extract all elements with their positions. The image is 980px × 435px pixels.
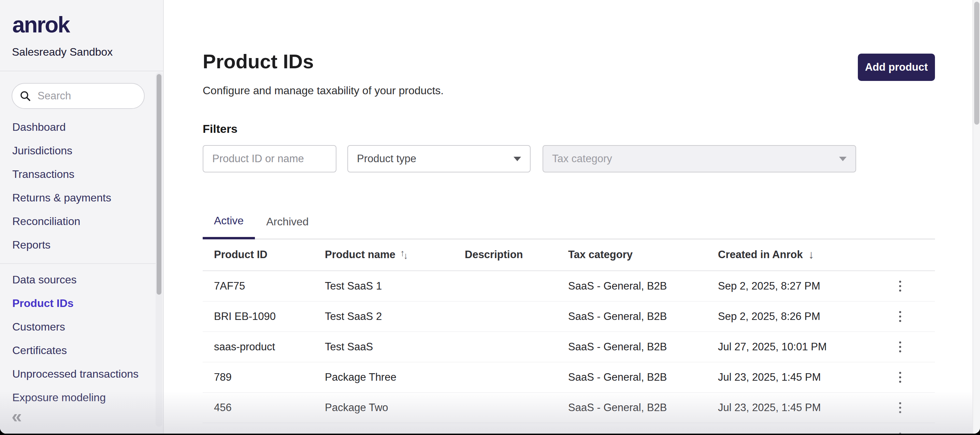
page-scrollbar-thumb[interactable] xyxy=(974,2,979,124)
sort-descending-icon: ↓ xyxy=(808,248,814,261)
row-menu-button[interactable] xyxy=(893,308,907,325)
cell-product-id: 789 xyxy=(214,371,325,384)
page-subtitle: Configure and manage taxability of your … xyxy=(203,84,444,97)
collapse-sidebar-icon[interactable]: « xyxy=(11,407,22,425)
product-type-filter-select[interactable]: Product type xyxy=(347,145,531,172)
cell-product-name: Package One xyxy=(325,432,465,433)
cell-product-name: Package Two xyxy=(325,402,465,414)
table-header-row: Product ID Product name ↑↓ Description T… xyxy=(203,239,935,271)
filters-label: Filters xyxy=(203,122,237,135)
page-title: Product IDs xyxy=(203,50,314,73)
sidebar-nav-secondary: Data sources Product IDs Customers Certi… xyxy=(0,268,163,410)
cell-product-name: Test SaaS 1 xyxy=(325,280,465,292)
product-type-filter-value: Product type xyxy=(357,153,416,165)
column-header-label: Created in Anrok xyxy=(718,249,803,261)
column-header-product-name[interactable]: Product name ↑↓ xyxy=(325,249,465,261)
column-header-tax-category: Tax category xyxy=(568,249,718,261)
cell-product-id: 123 xyxy=(214,432,325,433)
row-menu-button[interactable] xyxy=(893,430,907,433)
cell-created: Jul 23, 2025, 1:45 PM xyxy=(718,371,898,384)
sidebar-item-dashboard[interactable]: Dashboard xyxy=(0,115,163,139)
page-scrollbar-track xyxy=(972,0,980,433)
sidebar-item-reports[interactable]: Reports xyxy=(0,233,163,257)
sidebar-item-reconciliation[interactable]: Reconciliation xyxy=(0,210,163,233)
search-input[interactable] xyxy=(37,89,144,102)
sidebar-item-product-ids[interactable]: Product IDs xyxy=(0,292,163,315)
cell-created: Sep 2, 2025, 8:26 PM xyxy=(718,311,898,323)
table-row[interactable]: 7AF75 Test SaaS 1 SaaS - General, B2B Se… xyxy=(203,271,935,301)
products-table: Product ID Product name ↑↓ Description T… xyxy=(203,239,935,433)
sidebar-item-jurisdictions[interactable]: Jurisdictions xyxy=(0,139,163,163)
chevron-down-icon xyxy=(514,157,521,161)
sidebar-scrollbar-thumb[interactable] xyxy=(157,74,161,295)
cell-tax-category: SaaS - General, B2B xyxy=(568,311,718,323)
sidebar-item-returns-payments[interactable]: Returns & payments xyxy=(0,186,163,210)
product-id-filter-input[interactable] xyxy=(203,145,336,172)
cell-product-name: Package Three xyxy=(325,371,465,384)
cell-product-id: BRI EB-1090 xyxy=(214,311,325,323)
cell-tax-category: SaaS - General, B2B xyxy=(568,371,718,384)
cell-product-name: Test SaaS 2 xyxy=(325,311,465,323)
cell-tax-category: SaaS - General, B2B xyxy=(568,402,718,414)
column-header-description: Description xyxy=(465,249,568,261)
sidebar-item-exposure-modeling[interactable]: Exposure modeling xyxy=(0,386,163,410)
sidebar-item-customers[interactable]: Customers xyxy=(0,315,163,339)
sidebar: anrok Salesready Sandbox Dashboard Juris… xyxy=(0,0,164,433)
table-row[interactable]: 456 Package Two SaaS - General, B2B Jul … xyxy=(203,393,935,423)
sidebar-item-certificates[interactable]: Certificates xyxy=(0,339,163,362)
cell-tax-category: SaaS - General, B2B xyxy=(568,280,718,292)
tax-category-filter-select[interactable]: Tax category xyxy=(542,145,856,172)
tab-bar: Active Archived xyxy=(203,204,935,239)
app-window: anrok Salesready Sandbox Dashboard Juris… xyxy=(0,0,980,433)
cell-created: Jul 27, 2025, 10:01 PM xyxy=(718,341,898,353)
cell-product-id: saas-product xyxy=(214,341,325,353)
cell-tax-category: SaaS - General, B2B xyxy=(568,341,718,353)
column-header-label: Product name xyxy=(325,249,396,261)
tab-active[interactable]: Active xyxy=(203,204,255,239)
row-menu-button[interactable] xyxy=(893,400,907,416)
table-row[interactable]: BRI EB-1090 Test SaaS 2 SaaS - General, … xyxy=(203,301,935,332)
row-menu-button[interactable] xyxy=(893,369,907,386)
sidebar-divider xyxy=(0,71,163,72)
table-row[interactable]: 123 Package One SaaS - General, B2B Jul … xyxy=(203,423,935,433)
column-header-created[interactable]: Created in Anrok ↓ xyxy=(718,248,898,261)
sort-both-icon: ↑↓ xyxy=(400,249,408,260)
cell-product-id: 7AF75 xyxy=(214,280,325,292)
workspace-name: Salesready Sandbox xyxy=(12,46,113,58)
table-row[interactable]: saas-product Test SaaS SaaS - General, B… xyxy=(203,332,935,362)
sidebar-nav-primary: Dashboard Jurisdictions Transactions Ret… xyxy=(0,115,163,257)
cell-product-id: 456 xyxy=(214,402,325,414)
main-content: Product IDs Configure and manage taxabil… xyxy=(164,0,972,433)
cell-created: Jul 23, 2025, 1:45 PM xyxy=(718,432,898,433)
sidebar-item-data-sources[interactable]: Data sources xyxy=(0,268,163,292)
chevron-down-icon xyxy=(839,157,846,161)
tab-archived[interactable]: Archived xyxy=(255,204,320,239)
cell-product-name: Test SaaS xyxy=(325,341,465,353)
cell-created: Sep 2, 2025, 8:27 PM xyxy=(718,280,898,292)
row-menu-button[interactable] xyxy=(893,339,907,355)
table-row[interactable]: 789 Package Three SaaS - General, B2B Ju… xyxy=(203,362,935,393)
anrok-logo: anrok xyxy=(12,12,69,38)
search-icon xyxy=(19,90,32,102)
sidebar-search[interactable] xyxy=(11,83,145,109)
column-header-product-id: Product ID xyxy=(214,249,325,261)
tax-category-filter-value: Tax category xyxy=(552,153,612,165)
add-product-button[interactable]: Add product xyxy=(858,54,935,81)
row-menu-button[interactable] xyxy=(893,278,907,294)
cell-created: Jul 23, 2025, 1:45 PM xyxy=(718,402,898,414)
filter-row: Product type Tax category xyxy=(203,145,856,172)
sidebar-item-unprocessed-transactions[interactable]: Unprocessed transactions xyxy=(0,362,163,386)
sidebar-item-transactions[interactable]: Transactions xyxy=(0,163,163,186)
cell-tax-category: SaaS - General, B2B xyxy=(568,432,718,433)
sidebar-divider xyxy=(0,263,156,264)
